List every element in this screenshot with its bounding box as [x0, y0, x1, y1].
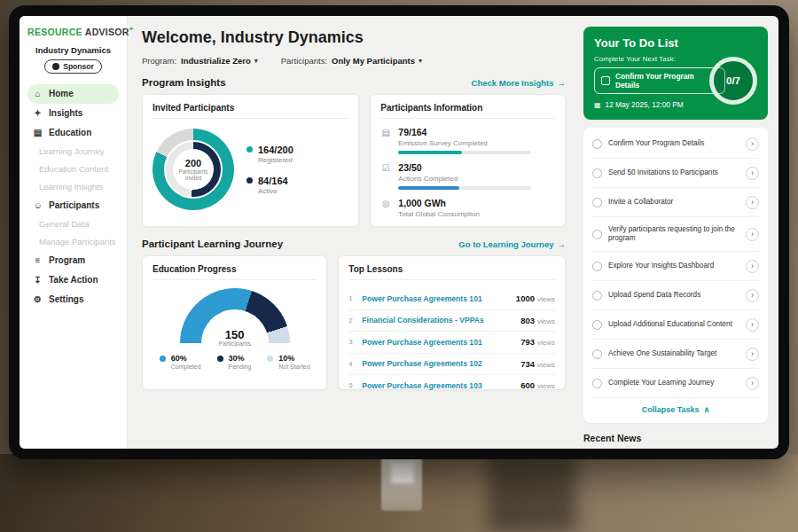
- chevron-right-icon[interactable]: ›: [746, 137, 759, 151]
- sponsor-badge[interactable]: Sponsor: [44, 59, 101, 74]
- sidebar-item-label: Settings: [49, 294, 83, 304]
- sidebar-item-label: Program: [49, 255, 85, 265]
- lesson-views: 803views: [520, 316, 555, 325]
- todo-task[interactable]: Upload Additional Educational Content ›: [592, 310, 759, 340]
- todo-task[interactable]: Achieve One Sustainability Target ›: [592, 340, 759, 369]
- lesson-rank: 2: [348, 317, 356, 325]
- task-checkbox[interactable]: [592, 168, 602, 178]
- todo-task[interactable]: Explore Your Insights Dashboard ›: [592, 252, 759, 281]
- sidebar-item-take-action[interactable]: ↧ Take Action: [27, 270, 119, 290]
- sidebar-item-insights[interactable]: ✦ Insights: [27, 104, 119, 123]
- sidebar-item-label: Education: [49, 128, 91, 137]
- sidebar-item-participants[interactable]: ☺ Participants: [27, 196, 119, 215]
- lesson-row: 3 Power Purchase Agreements 101 793views: [348, 332, 555, 354]
- task-label: Explore Your Insights Dashboard: [608, 262, 739, 271]
- task-checkbox[interactable]: [592, 139, 602, 149]
- task-label: Verify participants requesting to join t…: [608, 225, 739, 244]
- participants-filter[interactable]: Participants: Only My Participants ▾: [281, 56, 422, 66]
- task-checkbox[interactable]: [592, 198, 602, 207]
- chevron-right-icon[interactable]: ›: [746, 196, 759, 209]
- todo-progress-value: 0/7: [726, 75, 740, 86]
- recent-news-title: Recent News: [583, 433, 768, 443]
- sidebar-item-settings[interactable]: ⚙ Settings: [27, 290, 119, 309]
- todo-task[interactable]: Send 50 Invitations to Participants ›: [592, 159, 759, 188]
- lesson-link[interactable]: Power Purchase Agreements 102: [362, 359, 514, 368]
- check-more-insights-link[interactable]: Check More Insights →: [472, 78, 566, 88]
- legend-label: Pending: [229, 364, 252, 370]
- task-checkbox[interactable]: [592, 291, 602, 301]
- card-title: Top Lessons: [348, 264, 555, 280]
- next-task-label: Confirm Your Program Details: [615, 72, 718, 90]
- chevron-right-icon[interactable]: ›: [746, 167, 759, 180]
- consumption-icon: ◎: [380, 199, 391, 222]
- todo-task[interactable]: Invite a Collaborator ›: [592, 188, 759, 217]
- program-filter[interactable]: Program: Industrialize Zero ▾: [142, 56, 258, 66]
- sidebar-item-label: Insights: [49, 108, 82, 118]
- sidebar-item-label: Participants: [49, 200, 99, 210]
- lesson-views: 600views: [520, 380, 555, 390]
- settings-icon: ⚙: [33, 294, 43, 304]
- task-checkbox[interactable]: [592, 379, 602, 388]
- todo-progress-ring: 0/7: [709, 57, 757, 105]
- task-label: Invite a Collaborator: [608, 198, 739, 207]
- chevron-right-icon[interactable]: ›: [746, 377, 759, 390]
- link-label: Go to Learning Journey: [458, 239, 553, 249]
- chevron-right-icon[interactable]: ›: [746, 289, 759, 302]
- sidebar-item-program[interactable]: ≡ Program: [27, 251, 119, 270]
- sidebar-item-learning-insights[interactable]: Learning Insights: [27, 178, 119, 196]
- progress-bar: [398, 151, 531, 154]
- chevron-right-icon[interactable]: ›: [746, 228, 759, 241]
- legend-value: 84/164: [258, 176, 288, 186]
- task-checkbox[interactable]: [592, 349, 602, 359]
- brand-primary: RESOURCE: [27, 27, 82, 37]
- sidebar-item-general-data[interactable]: General Data: [27, 215, 119, 233]
- todo-task[interactable]: Confirm Your Program Details ›: [592, 129, 759, 159]
- go-to-learning-journey-link[interactable]: Go to Learning Journey →: [458, 239, 566, 249]
- lesson-link[interactable]: Power Purchase Agreements 101: [362, 338, 514, 347]
- todo-tasks-card: Confirm Your Program Details › Send 50 I…: [583, 128, 768, 423]
- chevron-right-icon[interactable]: ›: [746, 318, 759, 332]
- invited-donut-inner-ring: 200 Participants Invited: [164, 140, 223, 199]
- todo-task[interactable]: Complete Your Learning Journey ›: [592, 369, 759, 398]
- chevron-right-icon[interactable]: ›: [746, 348, 759, 361]
- chevron-right-icon[interactable]: ›: [746, 260, 759, 273]
- stat-value: 79/164: [398, 127, 531, 137]
- page-title: Welcome, Industry Dynamics: [142, 28, 566, 47]
- todo-task[interactable]: Verify participants requesting to join t…: [592, 217, 759, 252]
- legend-label: Completed: [171, 364, 201, 370]
- sidebar-item-home[interactable]: ⌂ Home: [27, 84, 119, 104]
- lesson-row: 4 Power Purchase Agreements 102 734views: [348, 354, 555, 376]
- due-date: 12 May 2025, 12:00 PM: [606, 100, 684, 109]
- lesson-rank: 5: [348, 381, 356, 389]
- lesson-link[interactable]: Financial Considerations - VPPAs: [362, 316, 514, 325]
- todo-task[interactable]: Upload Spend Data Records ›: [592, 281, 759, 310]
- legend-label: Active: [258, 187, 288, 195]
- task-checkbox[interactable]: [592, 262, 602, 271]
- main-content: Welcome, Industry Dynamics Program: Indu…: [128, 16, 578, 449]
- task-checkbox[interactable]: [592, 320, 602, 330]
- sidebar-item-learning-journey[interactable]: Learning Journey: [27, 143, 119, 160]
- lesson-row: 1 Power Purchase Agreements 101 1000view…: [348, 288, 555, 310]
- legend-value: 30%: [229, 354, 252, 363]
- education-icon: ▤: [33, 128, 43, 137]
- sidebar-item-manage-participants[interactable]: Manage Participants: [27, 233, 119, 251]
- collapse-tasks-link[interactable]: Collapse Tasks ∧: [592, 398, 759, 421]
- task-checkbox[interactable]: [592, 230, 602, 239]
- lesson-link[interactable]: Power Purchase Agreements 103: [362, 381, 514, 390]
- invited-donut-chart: 200 Participants Invited: [153, 129, 234, 210]
- lesson-row: 5 Power Purchase Agreements 103 600views: [348, 375, 555, 396]
- sidebar-item-education[interactable]: ▤ Education: [27, 123, 119, 143]
- sidebar: RESOURCE ADVISOR+ Industry Dynamics Spon…: [20, 16, 128, 449]
- task-label: Achieve One Sustainability Target: [608, 349, 739, 359]
- org-name: Industry Dynamics: [27, 45, 119, 55]
- legend-label: Not Started: [278, 364, 309, 370]
- participants-information-card: Participants Information ▤ 79/164 Emissi…: [370, 94, 566, 227]
- legend-dot: [160, 356, 166, 362]
- next-task[interactable]: Confirm Your Program Details: [594, 67, 725, 94]
- sidebar-item-education-content[interactable]: Education Content: [27, 160, 119, 178]
- legend-value: 60%: [171, 354, 201, 363]
- task-checkbox[interactable]: [601, 76, 610, 85]
- lesson-link[interactable]: Power Purchase Agreements 101: [362, 294, 509, 303]
- todo-panel: Your To Do List Complete Your Next Task:…: [578, 16, 778, 449]
- program-filter-value: Industrialize Zero: [181, 56, 251, 66]
